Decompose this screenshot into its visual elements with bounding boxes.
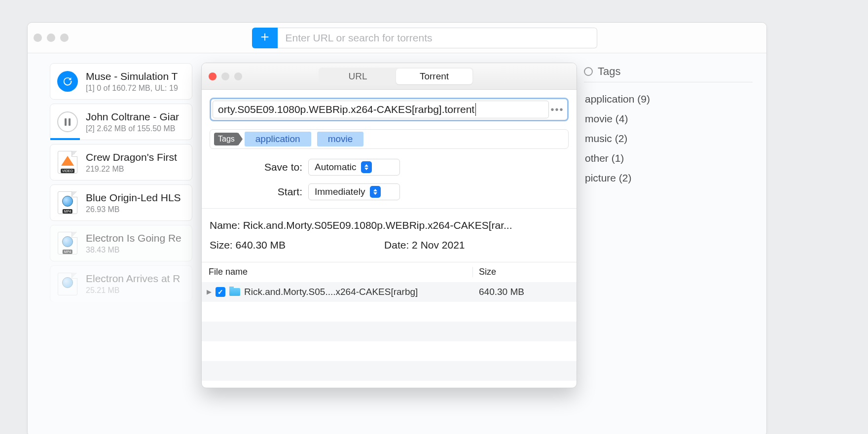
file-row-empty — [202, 302, 577, 322]
file-row-empty — [202, 322, 577, 341]
file-row-empty — [202, 341, 577, 361]
download-item[interactable]: Electron Arrives at R 25.21 MB — [50, 265, 192, 302]
download-title: Blue Origin-Led HLS — [86, 192, 181, 204]
tags-input[interactable]: Tags application movie — [210, 129, 569, 149]
download-item[interactable]: MP4 Blue Origin-Led HLS 26.93 MB — [50, 184, 192, 221]
folder-icon — [229, 288, 240, 296]
mp4-file-icon: MP4 — [58, 191, 77, 214]
download-sub: [1] 0 of 160.72 MB, UL: 19 — [86, 84, 178, 93]
tag-filter[interactable]: picture (2) — [584, 168, 753, 188]
tags-header[interactable]: Tags — [584, 65, 753, 82]
tag-filter[interactable]: other (1) — [584, 148, 753, 168]
torrent-url-text[interactable]: orty.S05E09.1080p.WEBRip.x264-CAKES[rarb… — [213, 101, 549, 118]
disclosure-icon[interactable]: ▶ — [207, 288, 212, 295]
download-sub: 25.21 MB — [86, 286, 180, 295]
col-size[interactable]: Size — [473, 267, 577, 277]
col-filename[interactable]: File name — [202, 267, 473, 277]
file-table: File name Size ▶ Rick.and.Morty.S05....x… — [202, 262, 577, 381]
download-sub: 219.22 MB — [86, 165, 177, 174]
download-sub: 26.93 MB — [86, 205, 181, 214]
video-file-icon: VIDEO — [58, 151, 77, 174]
download-item[interactable]: John Coltrane - Giar [2] 2.62 MB of 155.… — [50, 104, 192, 140]
add-url-group — [252, 28, 597, 48]
tab-torrent[interactable]: Torrent — [396, 69, 472, 84]
traffic-close[interactable] — [34, 34, 42, 42]
traffic-lights — [34, 34, 69, 42]
save-to-select[interactable]: Automatic — [308, 159, 400, 176]
download-title: Muse - Simulation T — [86, 71, 178, 82]
tag-chip[interactable]: movie — [317, 132, 364, 146]
traffic-min[interactable] — [47, 34, 55, 42]
radio-icon — [584, 67, 593, 76]
download-item[interactable]: Muse - Simulation T [1] 0 of 160.72 MB, … — [50, 63, 192, 100]
dialog-close[interactable] — [209, 72, 217, 80]
download-item[interactable]: VIDEO Crew Dragon's First 219.22 MB — [50, 144, 192, 181]
download-sub: 38.43 MB — [86, 246, 181, 254]
download-sub: [2] 2.62 MB of 155.50 MB — [86, 124, 179, 133]
file-table-header: File name Size — [202, 262, 577, 282]
traffic-zoom[interactable] — [60, 34, 69, 42]
download-title: Crew Dragon's First — [86, 151, 177, 163]
torrent-meta: Name: Rick.and.Morty.S05E09.1080p.WEBRip… — [210, 216, 569, 255]
torrent-name-line: Name: Rick.and.Morty.S05E09.1080p.WEBRip… — [210, 216, 569, 235]
chevron-updown-icon — [361, 161, 372, 173]
tag-filter[interactable]: application (9) — [584, 89, 753, 109]
dialog-zoom — [234, 72, 242, 80]
dialog-tabs: URL Torrent — [319, 68, 473, 85]
torrent-url-field[interactable]: orty.S05E09.1080p.WEBRip.x264-CAKES[rarb… — [210, 98, 569, 121]
plus-icon — [259, 32, 270, 44]
tag-filter[interactable]: movie (4) — [584, 109, 753, 129]
dialog-titlebar: URL Torrent — [202, 63, 577, 90]
dialog-traffic-lights — [209, 72, 242, 80]
add-button[interactable] — [252, 28, 278, 48]
download-item[interactable]: MP4 Electron Is Going Re 38.43 MB — [50, 225, 192, 261]
start-label: Start: — [210, 186, 308, 198]
tag-chip[interactable]: application — [245, 132, 311, 146]
file-size: 640.30 MB — [473, 287, 577, 297]
dialog-min — [221, 72, 229, 80]
file-row-empty — [202, 361, 577, 381]
mp4-file-icon — [58, 273, 77, 295]
chevron-updown-icon — [370, 186, 381, 198]
add-torrent-dialog: URL Torrent orty.S05E09.1080p.WEBRip.x26… — [201, 63, 577, 388]
start-select[interactable]: Immediately — [308, 183, 400, 200]
tags-field-label: Tags — [214, 133, 239, 145]
torrent-date-line: Date: 2 Nov 2021 — [384, 235, 465, 255]
file-checkbox[interactable] — [216, 287, 225, 297]
download-title: John Coltrane - Giar — [86, 111, 179, 123]
tags-header-label: Tags — [598, 65, 620, 78]
save-to-label: Save to: — [210, 161, 308, 173]
tags-panel: Tags application (9) movie (4) music (2)… — [579, 53, 766, 434]
toolbar — [28, 23, 766, 53]
file-name: Rick.and.Morty.S05....x264-CAKES[rarbg] — [244, 287, 418, 297]
mp4-file-icon: MP4 — [58, 232, 77, 254]
file-row[interactable]: ▶ Rick.and.Morty.S05....x264-CAKES[rarbg… — [202, 282, 577, 302]
more-icon[interactable]: ••• — [549, 104, 566, 115]
download-title: Electron Arrives at R — [86, 273, 180, 285]
download-title: Electron Is Going Re — [86, 232, 181, 244]
tag-filter[interactable]: music (2) — [584, 129, 753, 148]
refresh-icon[interactable] — [57, 71, 78, 92]
torrent-size-line: Size: 640.30 MB — [210, 235, 286, 255]
downloads-list: Muse - Simulation T [1] 0 of 160.72 MB, … — [28, 53, 198, 434]
pause-icon[interactable] — [57, 111, 78, 132]
search-input[interactable] — [278, 28, 597, 48]
tab-url[interactable]: URL — [320, 69, 396, 84]
